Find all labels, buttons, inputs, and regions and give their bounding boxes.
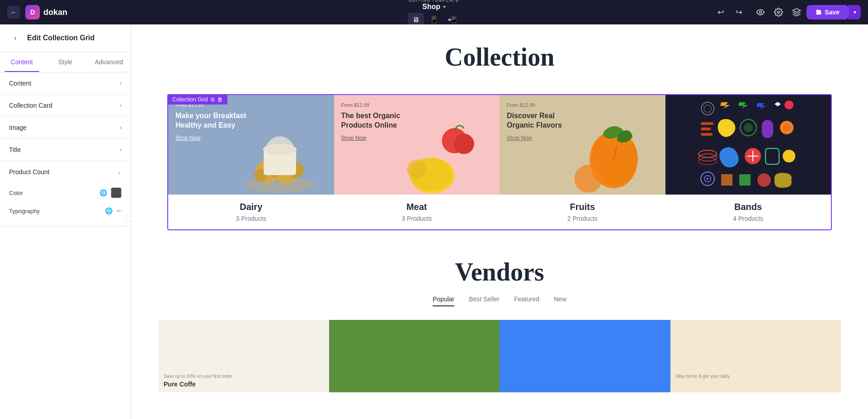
- color-row: Color 🌐: [9, 183, 122, 203]
- save-dropdown-button[interactable]: ▾: [849, 5, 861, 19]
- logo-text: dokan: [43, 8, 67, 17]
- svg-marker-2: [793, 9, 801, 12]
- main-layout: ‹ ‹ Edit Collection Grid Content Style A…: [0, 24, 868, 419]
- collection-grid-label: Collection Grid ⧉ 🗑: [168, 95, 227, 105]
- list-item[interactable]: [329, 320, 500, 392]
- collection-section: Collection: [131, 24, 868, 94]
- vendor-tab-bestseller[interactable]: Best Seller: [469, 295, 500, 306]
- typography-globe-icon[interactable]: 🌐: [105, 207, 113, 214]
- svg-rect-38: [765, 148, 779, 164]
- section-content-arrow: ›: [120, 80, 122, 86]
- vendor-tab-new[interactable]: New: [554, 295, 566, 306]
- card-bands-count: 4 Products: [733, 215, 763, 222]
- card-dairy-cta: Shop Now: [175, 135, 327, 141]
- collection-title: Collection: [158, 43, 841, 71]
- section-title-header[interactable]: Title ›: [0, 139, 131, 161]
- card-meat-name: Meat: [406, 202, 427, 212]
- svg-rect-31: [762, 120, 773, 138]
- svg-point-42: [707, 178, 708, 180]
- vendors-tabs: Popular Best Seller Featured New: [158, 295, 841, 306]
- grid-delete-icon[interactable]: 🗑: [217, 96, 223, 103]
- card-dairy-image: From $12.99 Make your BreakfastHealthy a…: [168, 95, 334, 195]
- list-item[interactable]: Bands 4 Products: [665, 95, 831, 229]
- card-meat-count: 3 Products: [401, 215, 432, 222]
- preview-button[interactable]: [752, 4, 769, 20]
- template-name: Shop: [422, 3, 440, 11]
- typography-controls: 🌐 ✏: [105, 207, 122, 214]
- section-collection-card-title: Collection Card: [9, 102, 52, 109]
- logo-icon: D: [25, 5, 40, 19]
- layers-button[interactable]: [788, 4, 805, 20]
- template-name-row[interactable]: Shop ▾: [422, 3, 446, 11]
- section-product-count-header[interactable]: Product Count ⌄: [0, 161, 131, 183]
- vendor-tab-popular[interactable]: Popular: [433, 295, 454, 306]
- sidebar-tabs: Content Style Advanced: [0, 52, 131, 72]
- svg-point-21: [701, 102, 714, 115]
- vendors-title: Vendors: [158, 257, 841, 286]
- collection-grid-container: Collection Grid ⧉ 🗑 From $12.99 Make you…: [140, 94, 859, 230]
- card-fruits-count: 2 Products: [567, 215, 598, 222]
- topbar-center: EDITING TEMPLATE Shop ▾ 🖥 📱 📲: [408, 0, 460, 27]
- color-globe-icon[interactable]: 🌐: [99, 189, 107, 196]
- card-dairy-name: Dairy: [240, 202, 262, 212]
- svg-point-16: [407, 160, 426, 179]
- list-item[interactable]: From $12.99 Discover RealOrganic Flavors…: [500, 95, 665, 229]
- card-dairy-headline: Make your BreakfastHealthy and Easy: [175, 111, 327, 130]
- svg-point-1: [778, 11, 780, 14]
- template-dropdown-arrow[interactable]: ▾: [443, 4, 446, 10]
- section-content: Content ›: [0, 72, 131, 95]
- vendors-section: Vendors Popular Best Seller Featured New…: [131, 239, 868, 401]
- vendors-grid: Save up to 30% on your first order Pure …: [158, 320, 841, 392]
- color-label: Color: [9, 190, 23, 196]
- section-title-arrow: ›: [120, 147, 122, 153]
- card-dairy-count: 3 Products: [236, 215, 266, 222]
- grid-copy-icon[interactable]: ⧉: [211, 96, 215, 103]
- tab-content[interactable]: Content: [0, 52, 43, 72]
- canvas-inner: Collection Collection Grid ⧉ 🗑: [131, 24, 868, 419]
- back-button[interactable]: ←: [7, 6, 20, 19]
- color-swatch[interactable]: [111, 187, 122, 198]
- section-product-count-arrow: ⌄: [117, 169, 122, 175]
- collection-grid: From $12.99 Make your BreakfastHealthy a…: [168, 95, 831, 229]
- section-image-title: Image: [9, 124, 27, 131]
- section-image: Image ›: [0, 117, 131, 139]
- vendor-tab-featured[interactable]: Featured: [514, 295, 539, 306]
- undo-button[interactable]: ↩: [712, 4, 729, 20]
- topbar: ← D dokan EDITING TEMPLATE Shop ▾ 🖥 📱 📲 …: [0, 0, 868, 24]
- list-item[interactable]: From $12.99 Make your BreakfastHealthy a…: [168, 95, 334, 229]
- section-collection-card-header[interactable]: Collection Card ›: [0, 95, 131, 116]
- svg-rect-26: [701, 122, 713, 125]
- section-collection-card-arrow: ›: [120, 102, 122, 109]
- save-label: Save: [825, 9, 840, 16]
- section-product-count: Product Count ⌄ Color 🌐 Typography 🌐: [0, 161, 131, 227]
- svg-point-39: [783, 150, 795, 162]
- section-image-header[interactable]: Image ›: [0, 117, 131, 138]
- list-item[interactable]: Stay home & get your daily: [670, 320, 841, 392]
- save-button[interactable]: Save: [807, 5, 849, 19]
- svg-point-22: [704, 105, 711, 112]
- section-content-header[interactable]: Content ›: [0, 72, 131, 94]
- sidebar-title: Edit Collection Grid: [27, 34, 94, 42]
- undo-redo-group: ↩ ↪: [712, 4, 747, 20]
- svg-point-30: [744, 123, 753, 132]
- card-fruits-name: Fruits: [570, 202, 595, 212]
- collection-grid-label-text: Collection Grid: [172, 96, 208, 103]
- list-item[interactable]: [500, 320, 670, 392]
- tab-style[interactable]: Style: [43, 52, 87, 72]
- section-image-arrow: ›: [120, 124, 122, 131]
- sidebar-back-button[interactable]: ‹: [9, 32, 22, 44]
- typography-edit-icon[interactable]: ✏: [116, 207, 122, 214]
- canvas: Collection Collection Grid ⧉ 🗑: [131, 24, 868, 419]
- list-item[interactable]: From $12.99 The best OrganicProducts Onl…: [334, 95, 500, 229]
- color-controls: 🌐: [99, 187, 122, 198]
- tab-advanced[interactable]: Advanced: [87, 52, 131, 72]
- section-collection-card: Collection Card ›: [0, 95, 131, 117]
- redo-button[interactable]: ↪: [731, 4, 747, 20]
- section-product-count-title: Product Count: [9, 168, 50, 176]
- settings-button[interactable]: [770, 4, 787, 20]
- topbar-left: ← D dokan: [7, 5, 67, 19]
- list-item[interactable]: Save up to 30% on your first order Pure …: [158, 320, 329, 392]
- typography-row: Typography 🌐 ✏: [9, 203, 122, 219]
- card-bands-name: Bands: [734, 202, 762, 212]
- svg-rect-28: [701, 133, 712, 136]
